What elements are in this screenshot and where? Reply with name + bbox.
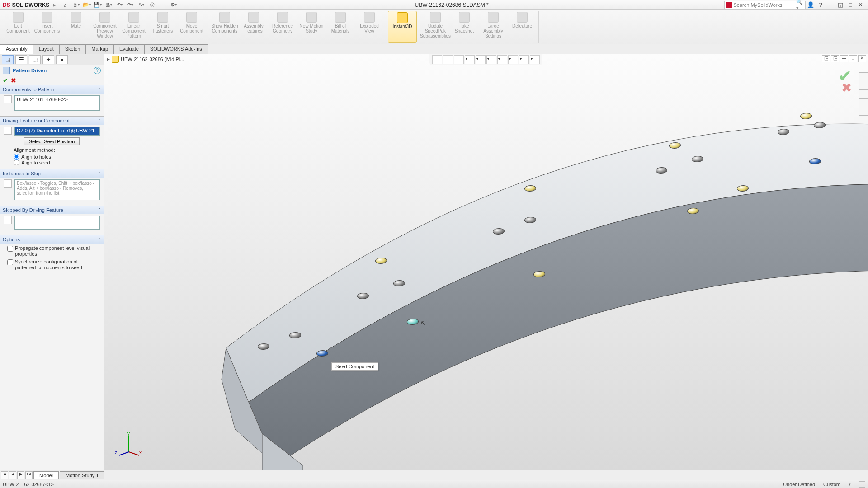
- radio-align-holes-label: Align to holes: [21, 154, 51, 160]
- hole-instance[interactable]: [809, 158, 821, 164]
- tab-nav-prev[interactable]: ◀: [9, 471, 16, 479]
- bottom-tab-motion-study-1[interactable]: Motion Study 1: [60, 471, 104, 479]
- user-icon[interactable]: 👤: [806, 1, 816, 8]
- hole-instance[interactable]: [813, 122, 826, 128]
- hole-instance[interactable]: [524, 217, 537, 223]
- ribbon-update-speedpak-subassemblies[interactable]: Update SpeedPak Subassemblies: [421, 11, 450, 43]
- search-box[interactable]: 🔍▾: [724, 1, 806, 9]
- ribbon-instant3d[interactable]: Instant3D: [388, 11, 417, 43]
- ribbon-defeature[interactable]: Defeature: [508, 11, 537, 43]
- hole-instance[interactable]: [316, 350, 329, 357]
- hole-instance[interactable]: [655, 167, 668, 174]
- search-icon[interactable]: 🔍▾: [796, 0, 803, 11]
- pm-tab-config[interactable]: ⬚: [29, 55, 41, 64]
- hole-instance[interactable]: [800, 113, 812, 119]
- chk-sync[interactable]: [7, 259, 13, 265]
- pm-tab-feature[interactable]: ◳: [2, 55, 14, 64]
- new-icon[interactable]: 🗎: [71, 0, 81, 9]
- ribbon-assembly-features[interactable]: Assembly Features: [239, 11, 268, 43]
- maximize-button[interactable]: □: [845, 1, 855, 8]
- rebuild-icon[interactable]: 🛈: [146, 0, 157, 9]
- close-button[interactable]: ✕: [855, 1, 865, 8]
- cancel-button[interactable]: ✖: [11, 77, 16, 84]
- redo-icon[interactable]: ↷: [125, 0, 136, 9]
- bottom-tab-model[interactable]: Model: [33, 471, 59, 479]
- cmdtab-solidworks-add-ins[interactable]: SOLIDWORKS Add-Ins: [144, 44, 208, 54]
- ribbon-show-hidden-components[interactable]: Show Hidden Components: [210, 11, 239, 43]
- tab-nav-next[interactable]: ▶: [17, 471, 24, 479]
- save-icon[interactable]: 💾: [92, 0, 103, 9]
- chk-propagate[interactable]: [7, 246, 13, 252]
- ribbon-move-component[interactable]: Move Component: [177, 11, 206, 43]
- minimize-button[interactable]: —: [826, 1, 835, 8]
- hole-instance[interactable]: [691, 156, 704, 162]
- options-list-icon[interactable]: ☰: [157, 0, 168, 9]
- restore-button[interactable]: ◱: [835, 1, 845, 8]
- ribbon-new-motion-study[interactable]: New Motion Study: [297, 11, 326, 43]
- radio-align-holes[interactable]: [14, 154, 19, 160]
- pm-tab-dim[interactable]: ✦: [42, 55, 54, 64]
- hole-instance[interactable]: [524, 185, 537, 192]
- hole-instance[interactable]: [669, 142, 681, 149]
- select-seed-button[interactable]: Select Seed Position: [24, 137, 80, 145]
- hole-instance[interactable]: [736, 185, 749, 192]
- help-icon[interactable]: ?: [816, 1, 826, 8]
- ribbon-exploded-view[interactable]: Exploded View: [355, 11, 384, 43]
- ribbon-smart-fasteners[interactable]: Smart Fasteners: [148, 11, 177, 43]
- undo-icon[interactable]: ↶: [114, 0, 125, 9]
- ribbon-large-assembly-settings[interactable]: Large Assembly Settings: [479, 11, 508, 43]
- pm-tab-tree[interactable]: ☰: [15, 55, 27, 64]
- skipped-driving-field[interactable]: [14, 216, 100, 230]
- axis-x-label: x: [139, 450, 142, 455]
- pm-tab-appearance[interactable]: ●: [56, 55, 68, 64]
- ribbon-take-snapshot[interactable]: Take Snapshot: [450, 11, 479, 43]
- components-list[interactable]: UBW-21161-47693<2>: [14, 95, 100, 111]
- cmdtab-assembly[interactable]: Assembly: [0, 44, 33, 54]
- collapse-icon[interactable]: ˄: [99, 208, 101, 213]
- select-icon[interactable]: ↖: [136, 0, 146, 9]
- driving-feature-field[interactable]: Ø7.0 (7) Diameter Hole1@UBW-21: [14, 127, 100, 136]
- tab-nav-first[interactable]: ⏮: [1, 471, 8, 479]
- hole-instance[interactable]: [492, 228, 505, 235]
- hole-instance[interactable]: [289, 332, 302, 338]
- graphics-viewport[interactable]: ▶ UBW-21162-02686 (Mid Pl... ◲ ◳ — □ ✕ ✔…: [104, 54, 868, 470]
- ribbon-component-preview-window[interactable]: Component Preview Window: [90, 11, 119, 43]
- accept-button[interactable]: ✔: [3, 77, 8, 84]
- hole-instance[interactable]: [533, 271, 546, 277]
- cmdtab-markup[interactable]: Markup: [85, 44, 114, 54]
- hole-instance[interactable]: [406, 319, 419, 325]
- gear-icon[interactable]: ⚙: [168, 0, 179, 9]
- cmdtab-layout[interactable]: Layout: [33, 44, 60, 54]
- hole-instance[interactable]: [375, 258, 387, 264]
- ok-cancel-row: ✔ ✖: [0, 76, 104, 85]
- collapse-icon[interactable]: ˄: [99, 87, 101, 92]
- hole-instance[interactable]: [257, 343, 270, 350]
- hole-instance[interactable]: [393, 280, 406, 286]
- hole-instance[interactable]: [777, 129, 790, 135]
- radio-align-seed[interactable]: [14, 160, 19, 165]
- cmdtab-evaluate[interactable]: Evaluate: [113, 44, 145, 54]
- tab-nav-last[interactable]: ⏭: [25, 471, 33, 479]
- open-icon[interactable]: 📂: [81, 0, 92, 9]
- feature-title: Pattern Driven: [13, 68, 47, 73]
- ribbon-linear-component-pattern[interactable]: Linear Component Pattern: [119, 11, 148, 43]
- ribbon-edit-component[interactable]: Edit Component: [4, 11, 33, 43]
- collapse-icon[interactable]: ˄: [99, 237, 101, 242]
- ribbon-mate[interactable]: Mate: [61, 11, 90, 43]
- pm-help-icon[interactable]: ?: [94, 67, 101, 74]
- print-icon[interactable]: 🖶: [103, 0, 114, 9]
- ribbon-reference-geometry[interactable]: Reference Geometry: [268, 11, 297, 43]
- collapse-icon[interactable]: ˄: [99, 171, 101, 176]
- collapse-icon[interactable]: ˄: [99, 118, 101, 123]
- instances-skip-field[interactable]: Box/lasso - Toggles, Shift + box/lasso -…: [14, 179, 100, 200]
- hole-instance[interactable]: [357, 293, 369, 299]
- hole-instance[interactable]: [687, 208, 699, 214]
- search-input[interactable]: [734, 2, 796, 8]
- home-icon[interactable]: ⌂: [60, 0, 71, 9]
- status-custom[interactable]: Custom: [823, 482, 840, 487]
- ribbon-bill-of-materials[interactable]: Bill of Materials: [326, 11, 355, 43]
- ribbon-insert-components[interactable]: Insert Components: [33, 11, 61, 43]
- status-extra-icon[interactable]: [859, 481, 865, 488]
- chevron-right-icon[interactable]: ▶: [53, 3, 56, 7]
- cmdtab-sketch[interactable]: Sketch: [59, 44, 86, 54]
